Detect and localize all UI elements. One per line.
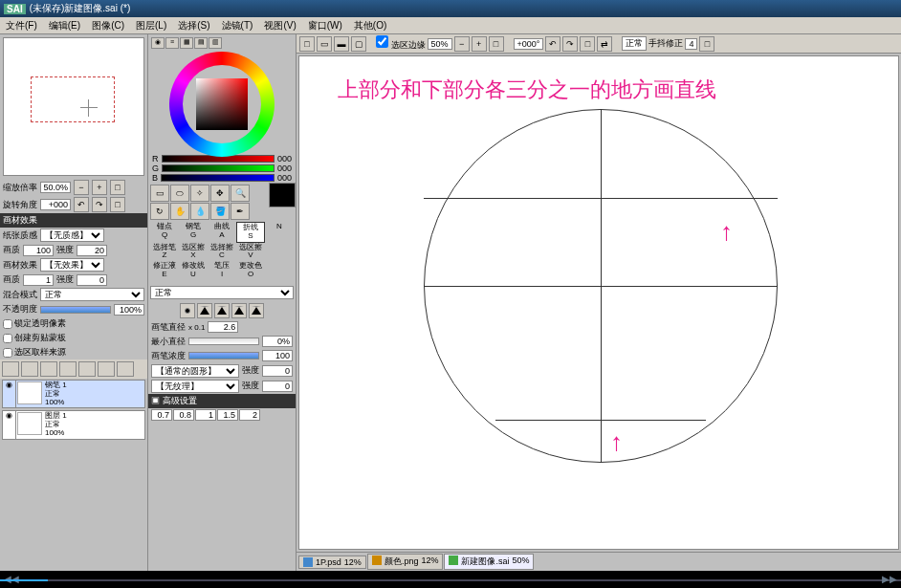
brush-density-value[interactable]: 100 <box>262 350 293 361</box>
zoom-minus-button[interactable]: − <box>74 180 89 195</box>
g-slider[interactable] <box>162 164 275 172</box>
navigator-viewport[interactable] <box>31 76 115 122</box>
tool-modline[interactable]: 修改线U <box>179 261 208 280</box>
zoom-reset-button[interactable]: □ <box>110 180 125 195</box>
tab-1p[interactable]: 1P.psd12% <box>298 555 366 569</box>
tex1-value[interactable]: 0 <box>262 365 293 377</box>
effect-select[interactable]: 【无效果】 <box>40 258 104 272</box>
tex2-value[interactable]: 0 <box>262 381 293 392</box>
new-layer-button[interactable] <box>2 361 19 377</box>
mode-select[interactable]: 正常 <box>622 36 647 51</box>
rotate-cw-button[interactable]: ↷ <box>92 197 107 212</box>
brush-min-slider[interactable] <box>188 338 259 345</box>
zoom-tool[interactable]: 🔍 <box>231 185 250 202</box>
blend-select[interactable]: 正常 <box>40 288 144 301</box>
menu-edit[interactable]: 编辑(E) <box>43 19 86 33</box>
merge-button[interactable] <box>78 361 96 377</box>
bucket-tool[interactable]: 🪣 <box>210 203 230 220</box>
stabilize-select[interactable]: 4 <box>685 38 697 50</box>
tool-anchor[interactable]: 锚点Q <box>150 222 179 243</box>
zoom-value[interactable]: 50.0% <box>40 182 71 193</box>
wheel-tab[interactable]: ◉ <box>151 37 165 49</box>
tool-chgcolor[interactable]: 更改色O <box>236 261 265 280</box>
delete-layer-button[interactable] <box>117 361 134 377</box>
menu-layer[interactable]: 图层(L) <box>130 19 172 33</box>
menu-file[interactable]: 文件(F) <box>0 19 43 33</box>
eff-w[interactable]: 1 <box>23 274 54 286</box>
tab-color[interactable]: 颜色.png12% <box>367 554 444 570</box>
brush-mode-select[interactable]: 正常 <box>150 286 294 299</box>
brush-size-value[interactable]: 2.6 <box>208 321 238 333</box>
color-wheel[interactable] <box>169 52 275 157</box>
clip-mask-checkbox[interactable]: 创建剪贴蒙板 <box>0 331 147 345</box>
zoom-fit-button[interactable]: □ <box>489 36 504 52</box>
tb-btn-1[interactable]: □ <box>299 36 315 52</box>
brush-tri3[interactable] <box>231 303 247 318</box>
visibility-icon[interactable]: ◉ <box>3 381 16 407</box>
menu-image[interactable]: 图像(C) <box>86 19 130 33</box>
adv-header[interactable]: ▣ 高级设置 <box>148 394 296 408</box>
layer-item-pen[interactable]: ◉ 钢笔 1 正常 100% <box>2 380 145 408</box>
tab-new[interactable]: 新建图像.sai50% <box>444 554 534 570</box>
bars-tab[interactable]: ≡ <box>165 37 179 49</box>
rot-ccw-button[interactable]: ↶ <box>545 36 560 52</box>
pen-tool[interactable]: ✒ <box>231 203 250 220</box>
progress-track[interactable] <box>48 579 901 581</box>
sat-val-square[interactable] <box>196 78 248 130</box>
zoom-in-button[interactable]: + <box>472 36 487 52</box>
brush-min-value[interactable]: 0% <box>262 336 293 347</box>
visibility-icon[interactable]: ◉ <box>3 411 16 438</box>
tool-curve[interactable]: 曲线A <box>208 222 236 243</box>
menu-other[interactable]: 其他(O) <box>348 19 392 33</box>
paper-s[interactable]: 20 <box>77 245 107 256</box>
opacity-value[interactable]: 100% <box>114 304 144 316</box>
flip-button[interactable]: ⇄ <box>597 36 612 52</box>
next-button[interactable]: ▶▶ <box>882 574 897 584</box>
swatch-tab[interactable]: ▦ <box>180 37 193 49</box>
new-folder-button[interactable] <box>40 361 57 377</box>
zoom-select[interactable]: 50% <box>428 38 452 50</box>
rot-reset-button[interactable]: □ <box>580 36 595 52</box>
tb-btn-4[interactable]: ▢ <box>351 36 366 52</box>
wand-tool[interactable]: ✧ <box>190 185 209 202</box>
tool-polyline[interactable]: 折线S <box>236 222 265 243</box>
paper-select[interactable]: 【无质感】 <box>40 229 104 242</box>
tb-btn-3[interactable]: ▬ <box>334 36 349 52</box>
select-tool[interactable]: ▭ <box>150 185 169 202</box>
brush-round[interactable] <box>180 303 195 318</box>
clear-button[interactable] <box>98 361 115 377</box>
brush-tri1[interactable] <box>197 303 212 318</box>
sel-edge-check[interactable]: 选区边缘 <box>376 35 426 52</box>
rotate-value[interactable]: +000 <box>40 199 71 210</box>
tb-btn-2[interactable]: ▭ <box>317 36 332 52</box>
hist-tab[interactable]: ▥ <box>209 37 222 49</box>
tool-selerase2[interactable]: 选择擦C <box>208 243 236 262</box>
menu-window[interactable]: 窗口(W) <box>302 19 348 33</box>
angle-select[interactable]: +000° <box>514 38 544 50</box>
preset-4[interactable]: 1.5 <box>217 409 238 421</box>
preset-3[interactable]: 1 <box>195 409 216 421</box>
tb-extra-button[interactable]: □ <box>699 36 714 52</box>
tool-n[interactable]: N <box>265 222 294 243</box>
preset-2[interactable]: 0.8 <box>173 409 194 421</box>
canvas[interactable]: 上部分和下部分各三分之一的地方画直线 ↑ ↑ <box>298 55 899 550</box>
current-color-swatch[interactable] <box>269 183 296 207</box>
zoom-out-button[interactable]: − <box>454 36 470 52</box>
preset-5[interactable]: 2 <box>239 409 260 421</box>
paper-w[interactable]: 100 <box>23 245 54 256</box>
menu-select[interactable]: 选择(S) <box>172 19 215 33</box>
video-progress-bar[interactable]: ◀◀ ▶▶ <box>0 571 901 588</box>
tool-correct[interactable]: 修正液E <box>150 261 179 280</box>
rotate-tool[interactable]: ↻ <box>150 203 169 220</box>
eyedrop-tool[interactable]: 💧 <box>190 203 209 220</box>
zoom-plus-button[interactable]: + <box>92 180 107 195</box>
brush-tex2-select[interactable]: 【无纹理】 <box>151 380 239 393</box>
b-slider[interactable] <box>161 174 275 182</box>
tool-selerase[interactable]: 选区擦X <box>179 243 208 262</box>
transfer-button[interactable] <box>59 361 77 377</box>
tool-blank1[interactable] <box>265 243 294 262</box>
new-pen-layer-button[interactable] <box>21 361 38 377</box>
tool-pressure[interactable]: 笔压I <box>208 261 236 280</box>
brush-density-slider[interactable] <box>188 352 259 359</box>
menu-filter[interactable]: 滤镜(T) <box>216 19 259 33</box>
